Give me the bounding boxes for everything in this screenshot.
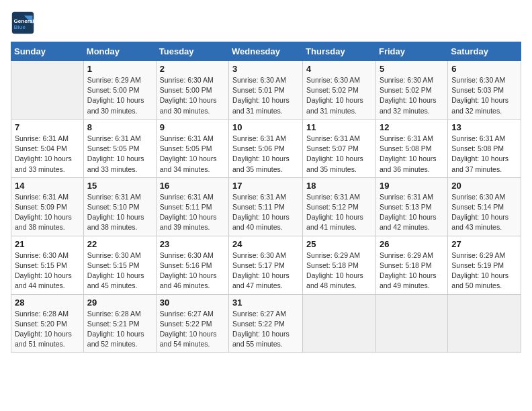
logo-icon: General Blue <box>11 11 35 35</box>
page-header: General Blue <box>11 11 521 35</box>
day-info: Sunrise: 6:30 AM Sunset: 5:01 PM Dayligh… <box>232 75 299 116</box>
day-number: 25 <box>306 239 372 249</box>
day-info: Sunrise: 6:29 AM Sunset: 5:19 PM Dayligh… <box>451 250 517 291</box>
calendar-table: SundayMondayTuesdayWednesdayThursdayFrid… <box>11 42 521 353</box>
day-number: 8 <box>87 122 152 132</box>
day-number: 22 <box>87 239 152 249</box>
calendar-cell: 12Sunrise: 6:31 AM Sunset: 5:08 PM Dayli… <box>375 119 447 177</box>
calendar-cell: 18Sunrise: 6:31 AM Sunset: 5:12 PM Dayli… <box>303 177 376 236</box>
day-info: Sunrise: 6:29 AM Sunset: 5:18 PM Dayligh… <box>380 250 444 291</box>
day-number: 15 <box>87 181 152 191</box>
day-info: Sunrise: 6:31 AM Sunset: 5:08 PM Dayligh… <box>380 134 444 175</box>
calendar-header: SundayMondayTuesdayWednesdayThursdayFrid… <box>11 42 521 61</box>
calendar-cell: 25Sunrise: 6:29 AM Sunset: 5:18 PM Dayli… <box>303 236 376 294</box>
day-info: Sunrise: 6:31 AM Sunset: 5:12 PM Dayligh… <box>306 192 372 233</box>
day-info: Sunrise: 6:31 AM Sunset: 5:04 PM Dayligh… <box>15 134 80 175</box>
calendar-cell <box>303 294 376 353</box>
day-number: 21 <box>15 239 80 249</box>
calendar-cell: 7Sunrise: 6:31 AM Sunset: 5:04 PM Daylig… <box>11 119 84 177</box>
calendar-cell: 20Sunrise: 6:30 AM Sunset: 5:14 PM Dayli… <box>448 177 521 236</box>
calendar-cell: 26Sunrise: 6:29 AM Sunset: 5:18 PM Dayli… <box>375 236 447 294</box>
day-number: 26 <box>380 239 444 249</box>
day-info: Sunrise: 6:30 AM Sunset: 5:16 PM Dayligh… <box>160 250 225 291</box>
calendar-cell: 23Sunrise: 6:30 AM Sunset: 5:16 PM Dayli… <box>156 236 228 294</box>
calendar-cell: 30Sunrise: 6:27 AM Sunset: 5:22 PM Dayli… <box>156 294 228 353</box>
day-info: Sunrise: 6:30 AM Sunset: 5:17 PM Dayligh… <box>232 250 299 291</box>
day-info: Sunrise: 6:27 AM Sunset: 5:22 PM Dayligh… <box>160 309 225 350</box>
day-info: Sunrise: 6:31 AM Sunset: 5:09 PM Dayligh… <box>15 192 80 233</box>
calendar-cell: 11Sunrise: 6:31 AM Sunset: 5:07 PM Dayli… <box>303 119 376 177</box>
day-number: 6 <box>451 64 517 74</box>
weekday-header: Friday <box>375 42 447 61</box>
day-info: Sunrise: 6:31 AM Sunset: 5:07 PM Dayligh… <box>306 134 372 175</box>
calendar-cell: 6Sunrise: 6:30 AM Sunset: 5:03 PM Daylig… <box>448 61 521 120</box>
day-info: Sunrise: 6:29 AM Sunset: 5:18 PM Dayligh… <box>306 250 372 291</box>
calendar-cell: 15Sunrise: 6:31 AM Sunset: 5:10 PM Dayli… <box>83 177 156 236</box>
calendar-cell: 29Sunrise: 6:28 AM Sunset: 5:21 PM Dayli… <box>83 294 156 353</box>
calendar-cell: 17Sunrise: 6:31 AM Sunset: 5:11 PM Dayli… <box>229 177 303 236</box>
calendar-week-row: 28Sunrise: 6:28 AM Sunset: 5:20 PM Dayli… <box>11 294 521 353</box>
day-number: 24 <box>232 239 299 249</box>
day-info: Sunrise: 6:30 AM Sunset: 5:14 PM Dayligh… <box>451 192 517 233</box>
day-info: Sunrise: 6:29 AM Sunset: 5:00 PM Dayligh… <box>87 75 152 116</box>
calendar-body: 1Sunrise: 6:29 AM Sunset: 5:00 PM Daylig… <box>11 61 521 353</box>
day-number: 20 <box>451 181 517 191</box>
day-info: Sunrise: 6:30 AM Sunset: 5:15 PM Dayligh… <box>15 250 80 291</box>
day-number: 7 <box>15 122 80 132</box>
calendar-cell: 27Sunrise: 6:29 AM Sunset: 5:19 PM Dayli… <box>448 236 521 294</box>
day-info: Sunrise: 6:31 AM Sunset: 5:06 PM Dayligh… <box>232 134 299 175</box>
weekday-header: Saturday <box>448 42 521 61</box>
day-info: Sunrise: 6:30 AM Sunset: 5:00 PM Dayligh… <box>160 75 225 116</box>
day-info: Sunrise: 6:31 AM Sunset: 5:11 PM Dayligh… <box>232 192 299 233</box>
day-number: 11 <box>306 122 372 132</box>
day-info: Sunrise: 6:27 AM Sunset: 5:22 PM Dayligh… <box>232 309 299 350</box>
day-info: Sunrise: 6:31 AM Sunset: 5:11 PM Dayligh… <box>160 192 225 233</box>
day-number: 17 <box>232 181 299 191</box>
day-number: 3 <box>232 64 299 74</box>
calendar-cell: 10Sunrise: 6:31 AM Sunset: 5:06 PM Dayli… <box>229 119 303 177</box>
weekday-header: Monday <box>83 42 156 61</box>
svg-text:General: General <box>14 18 34 24</box>
day-number: 12 <box>380 122 444 132</box>
calendar-cell <box>448 294 521 353</box>
day-number: 1 <box>87 64 152 74</box>
calendar-cell: 14Sunrise: 6:31 AM Sunset: 5:09 PM Dayli… <box>11 177 84 236</box>
day-info: Sunrise: 6:31 AM Sunset: 5:05 PM Dayligh… <box>160 134 225 175</box>
day-number: 2 <box>160 64 225 74</box>
calendar-cell: 1Sunrise: 6:29 AM Sunset: 5:00 PM Daylig… <box>83 61 156 120</box>
day-info: Sunrise: 6:31 AM Sunset: 5:05 PM Dayligh… <box>87 134 152 175</box>
calendar-week-row: 21Sunrise: 6:30 AM Sunset: 5:15 PM Dayli… <box>11 236 521 294</box>
day-number: 5 <box>380 64 444 74</box>
weekday-header: Wednesday <box>229 42 303 61</box>
day-number: 9 <box>160 122 225 132</box>
day-number: 30 <box>160 298 225 308</box>
calendar-cell <box>375 294 447 353</box>
calendar-cell: 16Sunrise: 6:31 AM Sunset: 5:11 PM Dayli… <box>156 177 228 236</box>
calendar-cell: 2Sunrise: 6:30 AM Sunset: 5:00 PM Daylig… <box>156 61 228 120</box>
logo: General Blue <box>11 11 35 35</box>
day-info: Sunrise: 6:28 AM Sunset: 5:21 PM Dayligh… <box>87 309 152 350</box>
calendar-cell: 24Sunrise: 6:30 AM Sunset: 5:17 PM Dayli… <box>229 236 303 294</box>
calendar-cell: 9Sunrise: 6:31 AM Sunset: 5:05 PM Daylig… <box>156 119 228 177</box>
calendar-week-row: 14Sunrise: 6:31 AM Sunset: 5:09 PM Dayli… <box>11 177 521 236</box>
day-info: Sunrise: 6:30 AM Sunset: 5:02 PM Dayligh… <box>306 75 372 116</box>
day-number: 10 <box>232 122 299 132</box>
day-number: 14 <box>15 181 80 191</box>
calendar-week-row: 1Sunrise: 6:29 AM Sunset: 5:00 PM Daylig… <box>11 61 521 120</box>
calendar-cell: 8Sunrise: 6:31 AM Sunset: 5:05 PM Daylig… <box>83 119 156 177</box>
weekday-header: Thursday <box>303 42 376 61</box>
day-number: 29 <box>87 298 152 308</box>
day-number: 16 <box>160 181 225 191</box>
weekday-header: Sunday <box>11 42 84 61</box>
calendar-cell: 3Sunrise: 6:30 AM Sunset: 5:01 PM Daylig… <box>229 61 303 120</box>
day-info: Sunrise: 6:30 AM Sunset: 5:15 PM Dayligh… <box>87 250 152 291</box>
day-number: 23 <box>160 239 225 249</box>
weekday-row: SundayMondayTuesdayWednesdayThursdayFrid… <box>11 42 521 61</box>
day-number: 27 <box>451 239 517 249</box>
day-number: 13 <box>451 122 517 132</box>
calendar-week-row: 7Sunrise: 6:31 AM Sunset: 5:04 PM Daylig… <box>11 119 521 177</box>
day-info: Sunrise: 6:31 AM Sunset: 5:08 PM Dayligh… <box>451 134 517 175</box>
day-info: Sunrise: 6:30 AM Sunset: 5:02 PM Dayligh… <box>380 75 444 116</box>
calendar-cell: 13Sunrise: 6:31 AM Sunset: 5:08 PM Dayli… <box>448 119 521 177</box>
day-info: Sunrise: 6:31 AM Sunset: 5:10 PM Dayligh… <box>87 192 152 233</box>
